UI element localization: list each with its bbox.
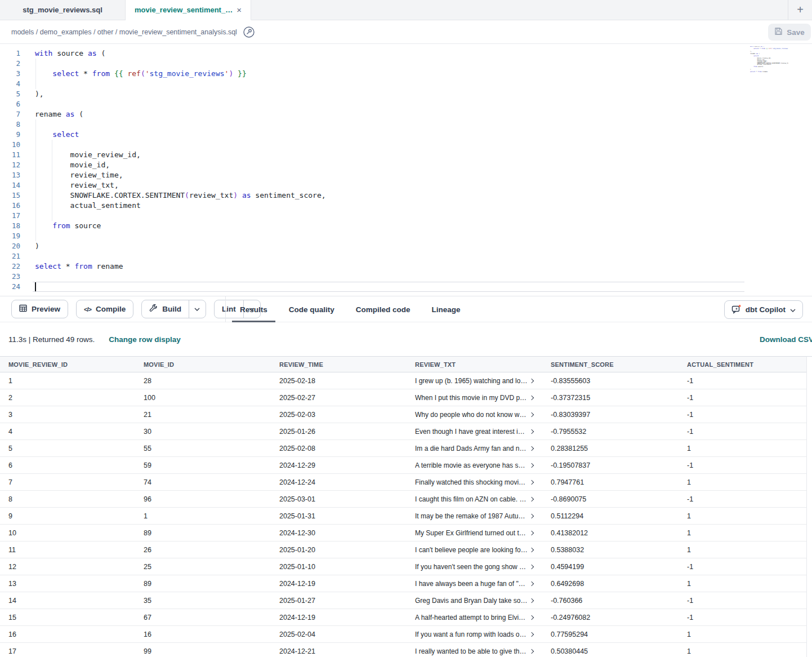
table-cell: 12 xyxy=(0,558,135,575)
table-cell: 0.4594199 xyxy=(542,558,679,575)
table-cell: 2025-01-26 xyxy=(271,423,407,440)
expand-review-icon[interactable] xyxy=(529,564,534,569)
expand-review-icon[interactable] xyxy=(529,412,534,416)
expand-review-icon[interactable] xyxy=(529,463,534,467)
download-csv-link[interactable]: Download CSV xyxy=(760,335,812,344)
tab-results[interactable]: Results xyxy=(232,296,275,322)
table-row: 5552025-02-08Im a die hard Dads Army fan… xyxy=(0,440,806,457)
table-cell: I really wanted to be able to give this … xyxy=(407,643,542,657)
breadcrumb-bar: models / demo_examples / other / movie_r… xyxy=(0,20,812,44)
expand-review-icon[interactable] xyxy=(529,378,534,383)
table-cell: 9 xyxy=(0,508,135,525)
tab-compiled-code[interactable]: Compiled code xyxy=(348,296,418,322)
build-dropdown-chevron-icon[interactable] xyxy=(189,300,206,318)
build-button[interactable]: Build xyxy=(141,300,206,318)
table-cell: I caught this film on AZN on cable. It s… xyxy=(407,491,542,508)
table-cell: -0.37372315 xyxy=(542,389,679,406)
table-cell: It may be the remake of 1987 Autumn'... xyxy=(407,508,542,525)
table-cell: 0.50380445 xyxy=(542,643,679,657)
table-cell: 2025-02-18 xyxy=(271,372,407,389)
review-text: I caught this film on AZN on cable. It s… xyxy=(415,495,528,503)
table-cell: 2025-01-27 xyxy=(271,592,407,609)
expand-review-icon[interactable] xyxy=(529,513,534,518)
table-cell: 15 xyxy=(0,609,135,626)
expand-review-icon[interactable] xyxy=(529,446,534,450)
table-cell: I grew up (b. 1965) watching and lovin..… xyxy=(407,372,542,389)
code-icon: </> xyxy=(84,306,91,313)
expand-review-icon[interactable] xyxy=(529,598,534,602)
table-cell: My Super Ex Girlfriend turned out to b..… xyxy=(407,525,542,541)
save-icon xyxy=(774,27,783,37)
expand-review-icon[interactable] xyxy=(529,429,534,433)
expand-review-icon[interactable] xyxy=(529,547,534,552)
code-line xyxy=(35,59,326,69)
review-text: I can't believe people are looking for a… xyxy=(415,546,528,554)
results-tabs: Results Code quality Compiled code Linea… xyxy=(232,296,474,322)
table-cell: 2025-01-31 xyxy=(271,508,407,525)
table-cell: -1 xyxy=(679,372,806,389)
compile-button[interactable]: </> Compile xyxy=(76,300,133,318)
minimap[interactable]: with source as ( select * from {{ ref('s… xyxy=(750,46,788,75)
expand-review-icon[interactable] xyxy=(529,496,534,501)
table-cell: 16 xyxy=(135,626,271,643)
code-line xyxy=(35,211,326,221)
expand-review-icon[interactable] xyxy=(529,615,534,619)
tab-code-quality[interactable]: Code quality xyxy=(281,296,342,322)
code-line: ) xyxy=(35,241,326,251)
expand-review-icon[interactable] xyxy=(529,480,534,484)
table-cell: 2024-12-30 xyxy=(271,525,407,541)
table-scrollbar-gutter[interactable] xyxy=(806,356,812,657)
tab-label: Compiled code xyxy=(356,305,411,314)
new-tab-button[interactable]: + xyxy=(788,0,812,20)
line-number: 24 xyxy=(0,282,20,292)
expand-review-icon[interactable] xyxy=(529,395,534,399)
code-line: ), xyxy=(35,89,326,99)
table-cell: 16 xyxy=(0,626,135,643)
code-line xyxy=(35,282,326,292)
dbt-copilot-button[interactable]: dbt Copilot xyxy=(724,300,803,319)
code-content[interactable]: with source as ( select * from {{ ref('s… xyxy=(35,48,326,292)
preview-label: Preview xyxy=(32,305,60,313)
code-line: select xyxy=(35,130,326,140)
table-row: 16162025-02-04If you want a fun romp wit… xyxy=(0,626,806,643)
code-line xyxy=(35,251,326,261)
copilot-label: dbt Copilot xyxy=(746,305,786,314)
copilot-icon[interactable] xyxy=(243,26,255,38)
table-cell: 2024-12-29 xyxy=(271,457,407,474)
line-number: 10 xyxy=(0,140,20,150)
table-cell: -0.19507837 xyxy=(542,457,679,474)
code-line: from source xyxy=(35,221,326,231)
column-header: REVIEW_TXT xyxy=(407,357,542,372)
table-cell: 8 xyxy=(0,491,135,508)
code-line: movie_review_id, xyxy=(35,150,326,160)
expand-review-icon[interactable] xyxy=(529,632,534,636)
save-button[interactable]: Save xyxy=(768,24,811,41)
table-cell: 1 xyxy=(679,440,806,457)
table-cell: 4 xyxy=(0,423,135,440)
table-cell: 2024-12-21 xyxy=(271,643,407,657)
table-cell: 74 xyxy=(135,474,271,491)
tab-movie-review-sentiment[interactable]: movie_review_sentiment_… × xyxy=(126,0,251,20)
preview-button[interactable]: Preview xyxy=(11,300,68,318)
change-row-display-link[interactable]: Change row display xyxy=(109,335,181,344)
code-line: review_txt, xyxy=(35,180,326,190)
table-cell: 2025-02-04 xyxy=(271,626,407,643)
review-text: Even though I have great interest in Bi.… xyxy=(415,428,528,436)
close-tab-icon[interactable]: × xyxy=(237,6,242,14)
table-cell: 10 xyxy=(0,525,135,541)
tab-lineage[interactable]: Lineage xyxy=(424,296,469,322)
code-line: select * from rename xyxy=(35,261,326,272)
table-row: 10892024-12-30My Super Ex Girlfriend tur… xyxy=(0,525,806,541)
table-row: 912025-01-31It may be the remake of 1987… xyxy=(0,508,806,525)
table-cell: -1 xyxy=(679,406,806,423)
expand-review-icon[interactable] xyxy=(529,530,534,535)
column-header: MOVIE_ID xyxy=(135,357,271,372)
line-number: 4 xyxy=(0,79,20,89)
table-row: 8962025-03-01I caught this film on AZN o… xyxy=(0,491,806,508)
tab-label: Results xyxy=(240,305,267,314)
code-editor[interactable]: 123456789101112131415161718192021222324 … xyxy=(0,44,812,296)
tab-stg-movie-reviews[interactable]: stg_movie_reviews.sql xyxy=(0,0,126,20)
expand-review-icon[interactable] xyxy=(529,581,534,585)
expand-review-icon[interactable] xyxy=(529,649,534,653)
column-header: ACTUAL_SENTIMENT xyxy=(679,357,806,372)
